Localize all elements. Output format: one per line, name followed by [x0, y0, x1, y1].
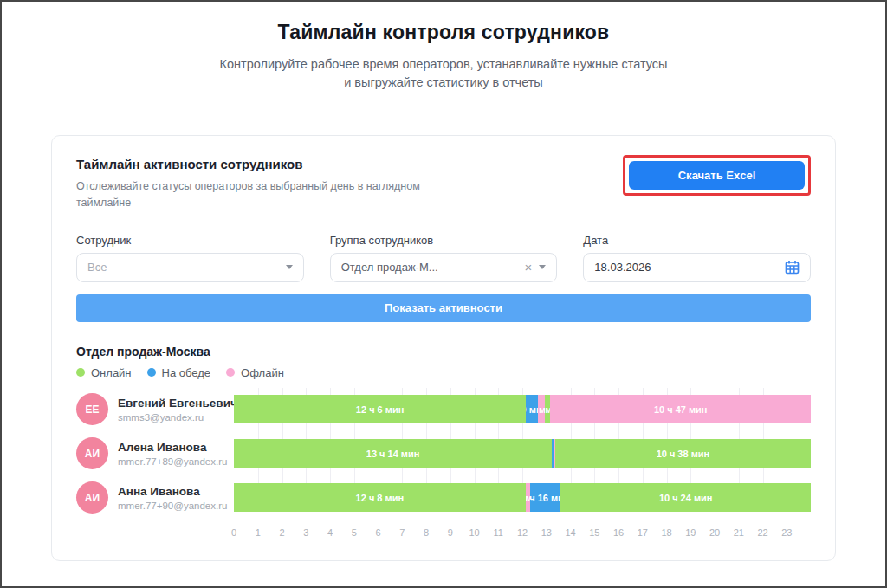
segment-online[interactable]: 12 ч 8 мин [234, 483, 526, 512]
clear-icon[interactable]: × [525, 261, 533, 274]
page-subtitle: Контролируйте рабочее время операторов, … [2, 55, 885, 92]
chevron-down-icon[interactable] [286, 265, 293, 269]
avatar: АИ [76, 481, 108, 514]
activity-bar: 12 ч 6 мин29 мин19 мин13 мин10 ч 47 мин [234, 395, 811, 423]
axis-hour-label: 20 [709, 527, 720, 538]
legend-dot-icon [76, 368, 85, 377]
segment-online[interactable]: 10 ч 38 мин [555, 439, 811, 468]
segment-online[interactable]: 10 ч 24 мин [560, 483, 811, 512]
axis-hour-label: 17 [638, 527, 648, 538]
date-input-value: 18.03.2026 [594, 261, 778, 274]
calendar-icon[interactable] [785, 260, 800, 275]
date-filter: Дата 18.03.2026 [583, 234, 811, 282]
axis-hour-label: 4 [327, 527, 333, 538]
employee-text: Евгений Евгеньевичsmms3@yandex.ru [118, 397, 237, 423]
timeline-card: Таймлайн активности сотрудников Отслежив… [51, 135, 836, 561]
card-description: Отслеживайте статусы операторов за выбра… [76, 178, 466, 211]
date-input[interactable]: 18.03.2026 [583, 253, 811, 282]
employee-name: Алена Иванова [118, 441, 227, 454]
employee-info: АИАнна Ивановаmmer.77+90@yandex.ru [76, 481, 234, 514]
status-legend: ОнлайнНа обедеОфлайн [76, 366, 811, 379]
axis-hour-label: 12 [517, 527, 528, 538]
date-filter-label: Дата [583, 234, 811, 247]
employee-text: Алена Ивановаmmer.77+89@yandex.ru [118, 441, 227, 467]
segment-offline[interactable]: 19 мин [538, 395, 546, 423]
page-subtitle-line1: Контролируйте рабочее время операторов, … [2, 55, 885, 74]
axis-hour-label: 8 [424, 527, 429, 538]
employee-row: АИАлена Ивановаmmer.77+89@yandex.ru13 ч … [76, 439, 811, 468]
axis-hour-label: 9 [448, 527, 453, 538]
annotation-highlight-box: Скачать Excel [623, 155, 811, 196]
employee-row: АИАнна Ивановаmmer.77+90@yandex.ru12 ч 8… [76, 483, 811, 513]
group-title: Отдел продаж-Москва [76, 345, 811, 359]
employee-email: smms3@yandex.ru [118, 412, 237, 423]
page-title: Таймлайн контроля сотрудников [2, 21, 885, 44]
download-excel-button[interactable]: Скачать Excel [629, 161, 805, 190]
axis-hour-label: 0 [231, 527, 236, 538]
group-filter: Группа сотрудников Отдел продаж-М... × [330, 234, 558, 282]
avatar: ЕЕ [76, 393, 108, 425]
axis-hour-label: 1 [256, 527, 261, 538]
segment-online[interactable]: 13 ч 14 мин [234, 439, 552, 468]
activity-bar: 12 ч 8 мин12 мин1 ч 16 мин10 ч 24 мин [234, 483, 811, 512]
segment-lunch[interactable]: 29 мин [526, 395, 537, 423]
axis-hour-label: 5 [352, 527, 357, 538]
timeline-chart: ЕЕЕвгений Евгеньевичsmms3@yandex.ru12 ч … [76, 395, 811, 513]
axis-hour-label: 16 [613, 527, 624, 538]
employee-email: mmer.77+89@yandex.ru [118, 456, 227, 467]
app-window: Таймлайн контроля сотрудников Контролиру… [0, 0, 887, 588]
legend-label: Онлайн [91, 366, 132, 379]
legend-label: На обеде [162, 366, 211, 379]
timeline-section: Отдел продаж-Москва ОнлайнНа обедеОфлайн… [76, 345, 811, 541]
axis-hour-label: 11 [494, 527, 503, 538]
employee-info: АИАлена Ивановаmmer.77+89@yandex.ru [76, 437, 234, 469]
segment-lunch[interactable]: 1 ч 16 мин [530, 483, 560, 512]
employee-info: ЕЕЕвгений Евгеньевичsmms3@yandex.ru [76, 393, 234, 425]
hour-axis: 01234567891011121314151617181920212223 [234, 527, 811, 541]
legend-dot-icon [147, 368, 156, 377]
card-header: Таймлайн активности сотрудников Отслежив… [76, 157, 811, 211]
axis-hour-label: 19 [685, 527, 696, 538]
legend-item-lunch: На обеде [147, 366, 211, 379]
employee-filter-label: Сотрудник [76, 234, 304, 247]
legend-dot-icon [226, 368, 235, 377]
chevron-down-icon[interactable] [539, 265, 546, 269]
axis-hour-label: 22 [757, 527, 767, 538]
legend-item-offline: Офлайн [226, 366, 284, 379]
employee-email: mmer.77+90@yandex.ru [118, 501, 227, 511]
axis-hour-label: 21 [734, 527, 744, 538]
avatar: АИ [76, 437, 108, 469]
legend-label: Офлайн [241, 366, 284, 379]
axis-hour-label: 10 [469, 527, 479, 538]
employee-row: ЕЕЕвгений Евгеньевичsmms3@yandex.ru12 ч … [76, 395, 811, 424]
axis-hour-label: 7 [399, 527, 405, 538]
axis-hour-label: 14 [565, 527, 575, 538]
filters-row: Сотрудник Все Группа сотрудников Отдел п… [76, 234, 811, 282]
axis-hour-label: 15 [589, 527, 599, 538]
employee-name: Анна Иванова [118, 485, 227, 498]
employee-filter: Сотрудник Все [76, 234, 304, 282]
axis-hour-label: 6 [375, 527, 380, 538]
activity-bar: 13 ч 14 мин10 ч 38 мин [234, 439, 811, 468]
axis-hour-label: 18 [661, 527, 671, 538]
group-select[interactable]: Отдел продаж-М... × [330, 253, 558, 282]
employee-text: Анна Ивановаmmer.77+90@yandex.ru [118, 485, 227, 511]
axis-hour-label: 2 [279, 527, 284, 538]
segment-offline[interactable]: 10 ч 47 мин [550, 395, 810, 423]
page-header: Таймлайн контроля сотрудников Контролиру… [2, 2, 885, 92]
card-header-text: Таймлайн активности сотрудников Отслежив… [76, 157, 466, 211]
axis-hour-label: 3 [303, 527, 308, 538]
axis-hour-label: 23 [781, 527, 792, 538]
segment-online[interactable]: 12 ч 6 мин [234, 395, 526, 423]
axis-hour-label: 13 [541, 527, 552, 538]
employee-select-value: Все [87, 261, 279, 274]
legend-item-online: Онлайн [76, 366, 132, 379]
card-title: Таймлайн активности сотрудников [76, 157, 466, 171]
page-subtitle-line2: и выгружайте статистику в отчеты [2, 74, 885, 92]
employee-select[interactable]: Все [76, 253, 304, 282]
show-activities-button[interactable]: Показать активности [76, 294, 811, 322]
group-filter-label: Группа сотрудников [330, 234, 558, 247]
group-select-value: Отдел продаж-М... [341, 261, 518, 274]
employee-name: Евгений Евгеньевич [118, 397, 237, 410]
